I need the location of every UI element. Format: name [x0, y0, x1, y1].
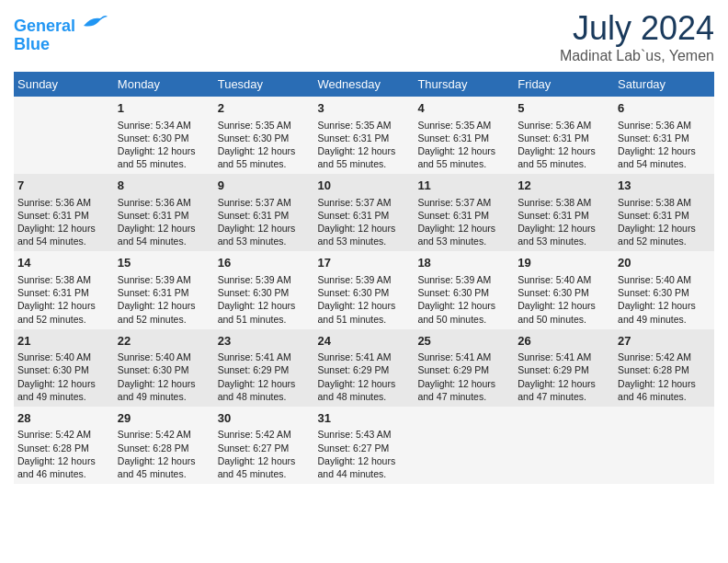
day-number: 22 — [118, 333, 210, 350]
weekday-saturday: Saturday — [614, 72, 714, 97]
day-cell: 23Sunrise: 5:41 AM Sunset: 6:29 PM Dayli… — [214, 329, 314, 407]
day-info: Sunrise: 5:42 AM Sunset: 6:27 PM Dayligh… — [218, 428, 311, 480]
day-cell: 12Sunrise: 5:38 AM Sunset: 6:31 PM Dayli… — [514, 174, 614, 251]
day-number: 15 — [118, 255, 210, 271]
day-cell — [14, 97, 114, 174]
location: Madinat Lab`us, Yemen — [560, 48, 714, 64]
day-number: 6 — [618, 100, 711, 117]
day-info: Sunrise: 5:36 AM Sunset: 6:31 PM Dayligh… — [518, 119, 610, 171]
week-row-4: 28Sunrise: 5:42 AM Sunset: 6:28 PM Dayli… — [14, 407, 714, 484]
day-cell: 30Sunrise: 5:42 AM Sunset: 6:27 PM Dayli… — [214, 407, 314, 484]
day-cell: 7Sunrise: 5:36 AM Sunset: 6:31 PM Daylig… — [14, 174, 114, 251]
page-container: General Blue July 2024 Madinat Lab`us, Y… — [0, 0, 728, 493]
day-info: Sunrise: 5:42 AM Sunset: 6:28 PM Dayligh… — [118, 428, 210, 480]
day-info: Sunrise: 5:38 AM Sunset: 6:31 PM Dayligh… — [518, 196, 610, 248]
day-number: 1 — [118, 100, 210, 117]
day-info: Sunrise: 5:34 AM Sunset: 6:30 PM Dayligh… — [118, 119, 210, 171]
day-number: 19 — [518, 255, 610, 271]
day-info: Sunrise: 5:41 AM Sunset: 6:29 PM Dayligh… — [218, 350, 311, 403]
day-info: Sunrise: 5:39 AM Sunset: 6:31 PM Dayligh… — [118, 273, 210, 326]
day-cell — [514, 407, 614, 484]
day-info: Sunrise: 5:39 AM Sunset: 6:30 PM Dayligh… — [318, 273, 411, 326]
day-info: Sunrise: 5:42 AM Sunset: 6:28 PM Dayligh… — [618, 350, 711, 403]
day-cell: 29Sunrise: 5:42 AM Sunset: 6:28 PM Dayli… — [114, 407, 214, 484]
day-number: 21 — [17, 333, 110, 350]
month-year: July 2024 — [560, 9, 714, 48]
day-number: 13 — [618, 178, 711, 194]
day-cell: 19Sunrise: 5:40 AM Sunset: 6:30 PM Dayli… — [514, 251, 614, 328]
logo-bird-icon — [82, 9, 109, 31]
day-cell: 5Sunrise: 5:36 AM Sunset: 6:31 PM Daylig… — [514, 97, 614, 174]
day-cell: 31Sunrise: 5:43 AM Sunset: 6:27 PM Dayli… — [314, 407, 415, 484]
day-cell: 20Sunrise: 5:40 AM Sunset: 6:30 PM Dayli… — [614, 251, 714, 328]
day-cell: 26Sunrise: 5:41 AM Sunset: 6:29 PM Dayli… — [514, 329, 614, 407]
day-cell: 3Sunrise: 5:35 AM Sunset: 6:31 PM Daylig… — [314, 97, 415, 174]
title-area: July 2024 Madinat Lab`us, Yemen — [560, 9, 714, 64]
logo: General Blue — [14, 9, 109, 54]
day-info: Sunrise: 5:40 AM Sunset: 6:30 PM Dayligh… — [17, 350, 110, 403]
day-info: Sunrise: 5:42 AM Sunset: 6:28 PM Dayligh… — [17, 428, 110, 480]
day-number: 23 — [218, 333, 311, 350]
day-number: 31 — [318, 410, 411, 427]
day-number: 30 — [218, 410, 311, 427]
weekday-thursday: Thursday — [414, 72, 514, 97]
day-number: 3 — [318, 100, 411, 117]
day-number: 20 — [618, 255, 711, 271]
day-info: Sunrise: 5:36 AM Sunset: 6:31 PM Dayligh… — [118, 196, 210, 248]
day-info: Sunrise: 5:41 AM Sunset: 6:29 PM Dayligh… — [318, 350, 411, 403]
day-number: 11 — [417, 178, 510, 194]
day-number: 2 — [218, 100, 311, 117]
day-number: 16 — [218, 255, 311, 271]
day-info: Sunrise: 5:35 AM Sunset: 6:31 PM Dayligh… — [417, 119, 510, 171]
day-cell: 15Sunrise: 5:39 AM Sunset: 6:31 PM Dayli… — [114, 251, 214, 328]
day-cell: 21Sunrise: 5:40 AM Sunset: 6:30 PM Dayli… — [14, 329, 114, 407]
weekday-tuesday: Tuesday — [214, 72, 314, 97]
day-info: Sunrise: 5:37 AM Sunset: 6:31 PM Dayligh… — [218, 196, 311, 248]
day-number: 5 — [518, 100, 610, 117]
week-row-2: 14Sunrise: 5:38 AM Sunset: 6:31 PM Dayli… — [14, 251, 714, 328]
day-number: 26 — [518, 333, 610, 350]
day-info: Sunrise: 5:36 AM Sunset: 6:31 PM Dayligh… — [618, 119, 711, 171]
week-row-0: 1Sunrise: 5:34 AM Sunset: 6:30 PM Daylig… — [14, 97, 714, 174]
day-cell: 18Sunrise: 5:39 AM Sunset: 6:30 PM Dayli… — [414, 251, 514, 328]
day-number: 9 — [218, 178, 311, 194]
weekday-friday: Friday — [514, 72, 614, 97]
day-cell: 10Sunrise: 5:37 AM Sunset: 6:31 PM Dayli… — [314, 174, 415, 251]
logo-text: General — [14, 9, 109, 36]
day-info: Sunrise: 5:39 AM Sunset: 6:30 PM Dayligh… — [218, 273, 311, 326]
weekday-sunday: Sunday — [14, 72, 114, 97]
day-number: 29 — [118, 410, 210, 427]
day-info: Sunrise: 5:43 AM Sunset: 6:27 PM Dayligh… — [318, 428, 411, 480]
day-cell — [414, 407, 514, 484]
day-number: 17 — [318, 255, 411, 271]
day-cell: 1Sunrise: 5:34 AM Sunset: 6:30 PM Daylig… — [114, 97, 214, 174]
day-info: Sunrise: 5:37 AM Sunset: 6:31 PM Dayligh… — [318, 196, 411, 248]
logo-general: General — [14, 17, 75, 35]
header: General Blue July 2024 Madinat Lab`us, Y… — [14, 9, 714, 64]
day-number: 27 — [618, 333, 711, 350]
day-cell: 28Sunrise: 5:42 AM Sunset: 6:28 PM Dayli… — [14, 407, 114, 484]
day-number: 10 — [318, 178, 411, 194]
day-cell: 2Sunrise: 5:35 AM Sunset: 6:30 PM Daylig… — [214, 97, 314, 174]
day-number: 25 — [417, 333, 510, 350]
day-cell: 22Sunrise: 5:40 AM Sunset: 6:30 PM Dayli… — [114, 329, 214, 407]
day-cell — [614, 407, 714, 484]
day-number: 4 — [417, 100, 510, 117]
day-cell: 24Sunrise: 5:41 AM Sunset: 6:29 PM Dayli… — [314, 329, 415, 407]
day-number: 24 — [318, 333, 411, 350]
day-number: 12 — [518, 178, 610, 194]
day-info: Sunrise: 5:38 AM Sunset: 6:31 PM Dayligh… — [618, 196, 711, 248]
weekday-monday: Monday — [114, 72, 214, 97]
week-row-1: 7Sunrise: 5:36 AM Sunset: 6:31 PM Daylig… — [14, 174, 714, 251]
day-info: Sunrise: 5:36 AM Sunset: 6:31 PM Dayligh… — [17, 196, 110, 248]
logo-blue: Blue — [14, 36, 109, 54]
day-info: Sunrise: 5:35 AM Sunset: 6:30 PM Dayligh… — [218, 119, 311, 171]
day-info: Sunrise: 5:35 AM Sunset: 6:31 PM Dayligh… — [318, 119, 411, 171]
day-info: Sunrise: 5:41 AM Sunset: 6:29 PM Dayligh… — [518, 350, 610, 403]
weekday-header-row: SundayMondayTuesdayWednesdayThursdayFrid… — [14, 72, 714, 97]
day-number: 8 — [118, 178, 210, 194]
day-info: Sunrise: 5:37 AM Sunset: 6:31 PM Dayligh… — [417, 196, 510, 248]
day-info: Sunrise: 5:40 AM Sunset: 6:30 PM Dayligh… — [618, 273, 711, 326]
weekday-wednesday: Wednesday — [314, 72, 415, 97]
day-cell: 27Sunrise: 5:42 AM Sunset: 6:28 PM Dayli… — [614, 329, 714, 407]
